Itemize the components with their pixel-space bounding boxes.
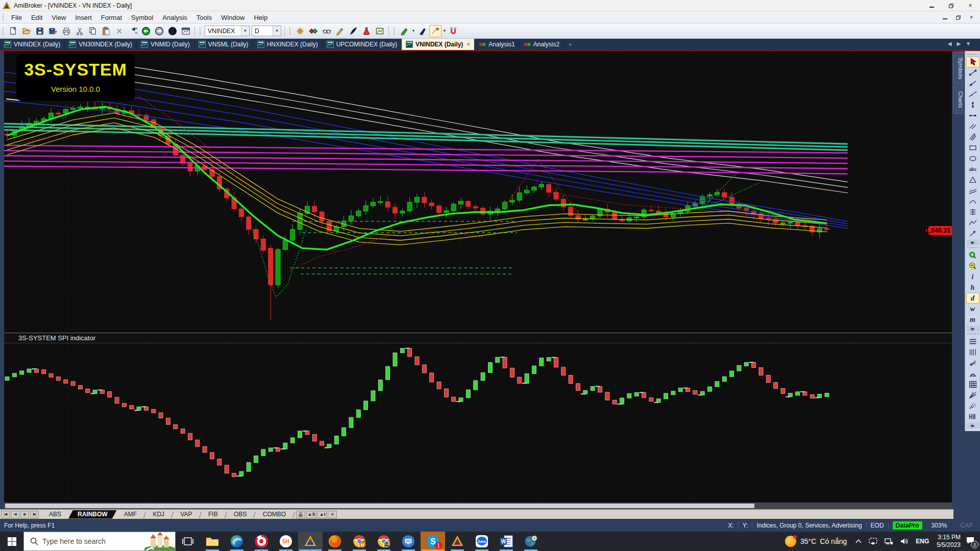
ellipse-tool[interactable] — [966, 153, 979, 164]
tab-scroll-left-icon[interactable]: ◀ — [948, 41, 952, 46]
speed-arrow-tool[interactable] — [966, 358, 979, 368]
fib-timezones-tool[interactable] — [966, 411, 979, 422]
horizontal-line-tool[interactable] — [966, 110, 979, 121]
main-chart[interactable]: 3S-SYSTEM Version 10.0.0 1,040.31 — [4, 51, 952, 333]
language-indicator[interactable]: ENG — [916, 538, 929, 545]
vertical-line-tool[interactable] — [966, 99, 979, 110]
h-lines-tool[interactable] — [966, 336, 979, 347]
minimize-button[interactable] — [922, 0, 941, 11]
extended-line-tool[interactable] — [966, 89, 979, 99]
sheet-lock-button[interactable] — [296, 511, 305, 518]
chart-tab-vnindex-daily-[interactable]: VNINDEX (Daily) — [0, 39, 65, 50]
taskbar-monitor-app-button[interactable] — [396, 532, 421, 551]
dotted-pen-button[interactable] — [429, 25, 442, 37]
v-lines-tool[interactable] — [966, 347, 979, 358]
menu-analysis[interactable]: Analysis — [158, 12, 191, 23]
sheet-tab-obs[interactable]: OBS — [227, 510, 254, 519]
interval-h-button[interactable]: h — [966, 282, 979, 293]
copy-button[interactable] — [87, 25, 99, 37]
interval-m-button[interactable]: m — [966, 314, 979, 325]
gear-button[interactable] — [294, 25, 306, 37]
undo-button[interactable] — [127, 25, 139, 37]
start-button[interactable] — [0, 532, 23, 551]
sheet-tab-kdj[interactable]: KDJ — [145, 510, 172, 519]
picture-button[interactable] — [374, 25, 386, 37]
zoom-in-tool[interactable] — [966, 250, 979, 261]
taskbar-sh-app-button[interactable]: SH — [274, 532, 298, 551]
back-button[interactable] — [140, 25, 152, 37]
sheet-tab-fib[interactable]: FIB — [201, 510, 225, 519]
sheet-scroll-left-button[interactable]: < — [328, 511, 337, 518]
notification-center-icon[interactable]: 2 — [966, 536, 975, 546]
menu-symbol[interactable]: Symbol — [127, 12, 158, 23]
chart-tab-upcomindex-daily-[interactable]: UPCOMINDEX (Daily) — [323, 39, 402, 50]
weather-widget[interactable]: 35°C Có nắng — [785, 536, 847, 547]
toolbar-drag-handle[interactable] — [2, 27, 5, 35]
pitchfork-tool[interactable] — [966, 132, 979, 142]
taskbar-globe-clock-button[interactable] — [519, 532, 543, 551]
restore-button[interactable] — [941, 0, 961, 11]
chart-page-button[interactable] — [180, 25, 192, 37]
save-button[interactable] — [34, 25, 46, 37]
paste-button[interactable] — [100, 25, 112, 37]
ray-line-tool[interactable] — [966, 78, 979, 89]
chart-tab-vnmid-daily-[interactable]: VNMID (Daily) — [137, 39, 194, 50]
close-button[interactable]: × — [961, 0, 980, 11]
taskbar-chrome-avatar-button[interactable] — [372, 532, 396, 551]
sheet-tab-abs[interactable]: ABS — [42, 510, 68, 519]
taskbar-amibroker2-button[interactable] — [445, 532, 470, 551]
taskbar-amibroker-button[interactable] — [298, 532, 323, 551]
chevron-down-icon[interactable]: ▼ — [241, 26, 249, 36]
taskbar-word-button[interactable]: W — [494, 532, 519, 551]
chevron-down-icon[interactable]: ▼ — [273, 26, 281, 36]
sheet-last-button[interactable]: ▶| — [30, 511, 39, 518]
mdi-restore-button[interactable] — [951, 12, 965, 22]
sheet-tab-amf[interactable]: AMF — [117, 510, 144, 519]
menu-view[interactable]: View — [47, 12, 70, 23]
sheet-tab-vap[interactable]: VAP — [173, 510, 199, 519]
cut-button[interactable] — [74, 25, 86, 37]
taskbar-red-app-button[interactable] — [249, 532, 274, 551]
spi-indicator-chart[interactable] — [4, 343, 952, 503]
forward-button[interactable] — [153, 25, 165, 37]
triangle-tool[interactable] — [966, 174, 979, 185]
spi-panel-title-bar[interactable]: 3S-SYSTEM SPI indicator — [4, 333, 952, 343]
mdi-minimize-button[interactable] — [938, 12, 951, 22]
mdi-close-button[interactable]: × — [965, 12, 978, 22]
gann-fan-tool[interactable] — [966, 390, 979, 400]
sheet-next-button[interactable]: ▶ — [20, 511, 29, 518]
menu-drag-handle[interactable] — [2, 13, 5, 21]
tab-list-dropdown-icon[interactable]: ▼ — [966, 41, 971, 46]
channel-tool[interactable] — [966, 185, 979, 196]
quill-button[interactable] — [347, 25, 359, 37]
toolbar-expand-button[interactable]: I▶ — [966, 422, 979, 429]
sheet-first-button[interactable]: |◀ — [1, 511, 10, 518]
fib-arcs-tool[interactable] — [966, 368, 979, 379]
hand-pen-button[interactable] — [334, 25, 346, 37]
sheet-interval-button[interactable]: ▲I — [317, 511, 327, 518]
taskbar-file-explorer-button[interactable] — [200, 532, 225, 551]
search-highlight-art[interactable] — [144, 532, 175, 550]
zoom-out-tool[interactable] — [966, 261, 979, 271]
info-button[interactable]: i — [166, 25, 179, 37]
tray-expand-chevron-icon[interactable] — [855, 539, 862, 543]
menu-edit[interactable]: Edit — [27, 12, 47, 23]
parallel-lines-tool[interactable] — [966, 121, 979, 132]
interval-d-button[interactable]: d — [966, 293, 979, 304]
menu-help[interactable]: Help — [249, 12, 272, 23]
open-button[interactable] — [20, 25, 33, 37]
flask-button[interactable] — [360, 25, 373, 37]
taskbar-firefox-button[interactable] — [323, 532, 347, 551]
glasses-button[interactable] — [321, 25, 333, 37]
analysis-tab-analysis2[interactable]: Analysis2 — [520, 39, 564, 50]
arrow-tool[interactable] — [966, 228, 979, 239]
scrollbar-thumb[interactable] — [5, 504, 754, 508]
toolbar-expand-button[interactable]: I▶ — [966, 239, 979, 245]
clock-widget[interactable]: 3:15 PM 5/5/2023 — [937, 534, 961, 549]
new-button[interactable] — [7, 25, 19, 37]
side-tab-charts[interactable]: Charts — [953, 86, 964, 113]
side-tab-symbols[interactable]: Symbols — [953, 52, 964, 85]
chart-tab-vn30index-daily-[interactable]: VN30INDEX (Daily) — [65, 39, 137, 50]
select-arrow-tool[interactable] — [966, 57, 979, 67]
tab-scroll-right-icon[interactable]: ▶ — [957, 41, 961, 46]
